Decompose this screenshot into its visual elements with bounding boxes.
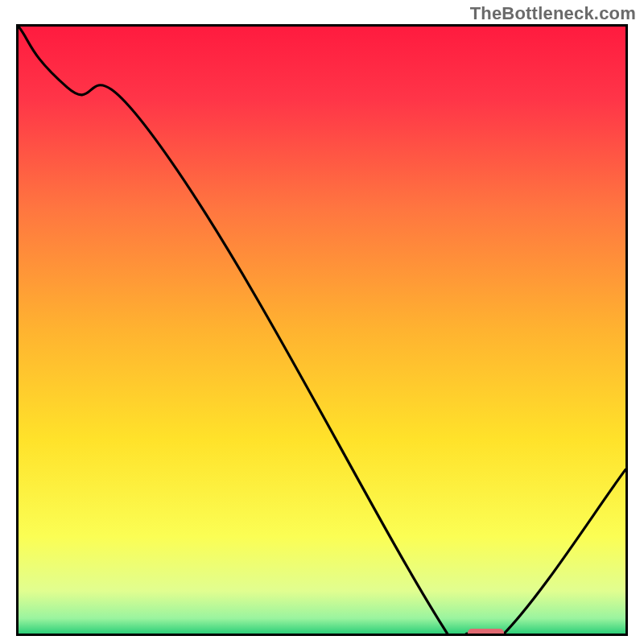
chart-frame: TheBottleneck.com: [0, 0, 644, 644]
plot-area: [16, 24, 628, 636]
watermark-text: TheBottleneck.com: [470, 3, 636, 24]
bottleneck-curve: [19, 27, 625, 634]
optimum-marker: [468, 629, 504, 636]
